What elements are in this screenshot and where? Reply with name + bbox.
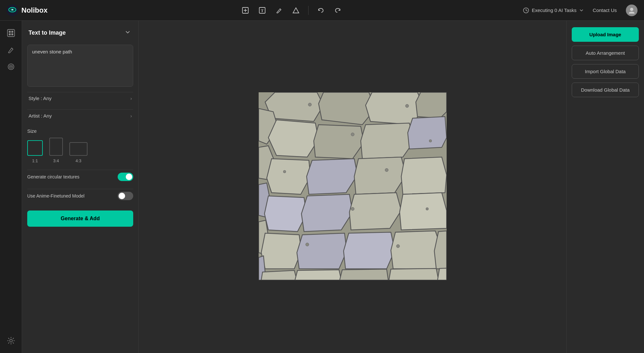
redo-icon	[334, 7, 341, 14]
contact-us-button[interactable]: Contact Us	[589, 6, 621, 15]
panel-header: Text to Image	[27, 26, 133, 40]
add-frame-icon	[242, 7, 249, 14]
svg-marker-48	[344, 232, 395, 269]
app-name: Nolibox	[21, 6, 48, 15]
anime-model-toggle[interactable]	[118, 192, 133, 200]
circular-texture-knob	[126, 174, 132, 180]
svg-point-64	[426, 208, 428, 210]
shape-tool[interactable]	[289, 3, 303, 17]
svg-rect-15	[7, 29, 15, 37]
style-option-row[interactable]: Style : Any ›	[27, 92, 133, 104]
upload-image-button[interactable]: Upload Image	[572, 27, 639, 42]
logo-icon	[6, 5, 18, 16]
svg-marker-36	[267, 159, 310, 194]
svg-point-3	[12, 9, 13, 10]
panel-collapse-button[interactable]	[123, 28, 132, 38]
artist-option-row[interactable]: Artist : Any ›	[27, 109, 133, 122]
size-box-3-4	[49, 138, 63, 156]
chevron-down-icon	[579, 8, 584, 13]
svg-point-58	[405, 104, 409, 108]
circular-texture-toggle[interactable]	[118, 173, 133, 181]
ai-tasks-label: Executing 0 AI Tasks	[532, 7, 577, 13]
redo-tool[interactable]	[331, 3, 345, 17]
size-option-1-1[interactable]: 1:1	[27, 140, 43, 163]
svg-line-9	[280, 9, 281, 10]
size-ratio-3-4-label: 3:4	[53, 158, 59, 163]
import-global-data-button[interactable]: Import Global Data	[572, 64, 639, 79]
svg-marker-32	[314, 125, 364, 159]
svg-marker-10	[293, 8, 299, 13]
text-tool-icon: T	[259, 7, 266, 14]
svg-marker-56	[438, 268, 447, 280]
gallery-icon	[7, 29, 15, 37]
size-options: 1:1 3:4 4:3	[27, 138, 133, 163]
clock-icon	[523, 7, 529, 14]
style-value: Any	[43, 96, 52, 101]
svg-point-65	[306, 243, 309, 246]
size-option-4-3[interactable]: 4:3	[69, 142, 88, 163]
svg-marker-54	[340, 269, 388, 280]
style-label: Style : Any	[29, 96, 52, 101]
size-box-1-1	[27, 140, 43, 156]
add-frame-tool[interactable]	[238, 3, 252, 17]
panel-title: Text to Image	[29, 29, 66, 36]
svg-marker-49	[391, 231, 442, 269]
size-ratio-4-3-label: 4:3	[76, 158, 81, 163]
svg-marker-31	[268, 120, 319, 157]
sidebar-gallery-btn[interactable]	[4, 26, 18, 40]
brush-icon	[275, 7, 283, 14]
svg-point-59	[351, 133, 354, 136]
svg-rect-19	[11, 33, 13, 35]
edit-icon	[7, 46, 15, 54]
left-panel: Text to Image Style : Any › Artist : Any…	[22, 21, 139, 353]
sidebar-target-btn[interactable]	[4, 60, 18, 74]
shape-icon	[292, 7, 299, 14]
svg-line-20	[12, 48, 13, 49]
svg-marker-47	[297, 233, 347, 269]
download-global-data-button[interactable]: Download Global Data	[572, 83, 639, 97]
svg-marker-44	[400, 193, 447, 230]
undo-tool[interactable]	[314, 3, 328, 17]
svg-rect-18	[9, 33, 11, 35]
svg-marker-55	[389, 268, 439, 280]
generate-add-button[interactable]: Generate & Add	[27, 211, 133, 227]
svg-point-14	[630, 8, 633, 11]
circular-texture-label: Generate circular textures	[27, 174, 79, 179]
size-section-label: Size	[27, 128, 133, 134]
sidebar-settings-btn[interactable]	[4, 334, 18, 348]
anime-model-toggle-row: Use Anime-Finetuned Model	[27, 189, 133, 203]
svg-marker-52	[261, 270, 297, 280]
svg-point-23	[10, 66, 12, 67]
auto-arrangement-button[interactable]: Auto Arrangement	[572, 46, 639, 60]
topnav: Nolibox T	[0, 0, 644, 21]
right-panel: Upload Image Auto Arrangement Import Glo…	[566, 21, 644, 353]
undo-icon	[317, 7, 324, 14]
avatar[interactable]	[626, 5, 638, 16]
artist-value: Any	[43, 113, 52, 119]
prompt-input[interactable]	[32, 49, 128, 81]
canvas-area	[139, 21, 566, 353]
canvas-image-container	[259, 92, 447, 281]
anime-model-knob	[119, 193, 125, 199]
size-option-3-4[interactable]: 3:4	[49, 138, 63, 163]
logo-area: Nolibox	[6, 5, 48, 16]
anime-model-label: Use Anime-Finetuned Model	[27, 193, 85, 199]
size-section: Size 1:1 3:4 4:3	[27, 127, 133, 165]
svg-point-62	[429, 140, 432, 142]
prompt-input-area[interactable]	[27, 45, 133, 87]
nav-separator	[308, 6, 309, 15]
svg-point-57	[308, 103, 311, 106]
nav-right: Executing 0 AI Tasks Contact Us	[523, 5, 638, 16]
brush-tool[interactable]	[272, 3, 286, 17]
chevron-down-panel-icon	[125, 29, 131, 35]
svg-marker-46	[261, 233, 301, 269]
text-tool[interactable]: T	[255, 3, 269, 17]
svg-marker-34	[408, 117, 447, 149]
circular-texture-toggle-row: Generate circular textures	[27, 170, 133, 184]
settings-icon	[7, 336, 15, 345]
svg-text:T: T	[261, 8, 263, 13]
icon-sidebar	[0, 21, 22, 353]
sidebar-edit-btn[interactable]	[4, 43, 18, 57]
ai-tasks-indicator[interactable]: Executing 0 AI Tasks	[523, 7, 584, 14]
target-icon	[7, 63, 15, 71]
